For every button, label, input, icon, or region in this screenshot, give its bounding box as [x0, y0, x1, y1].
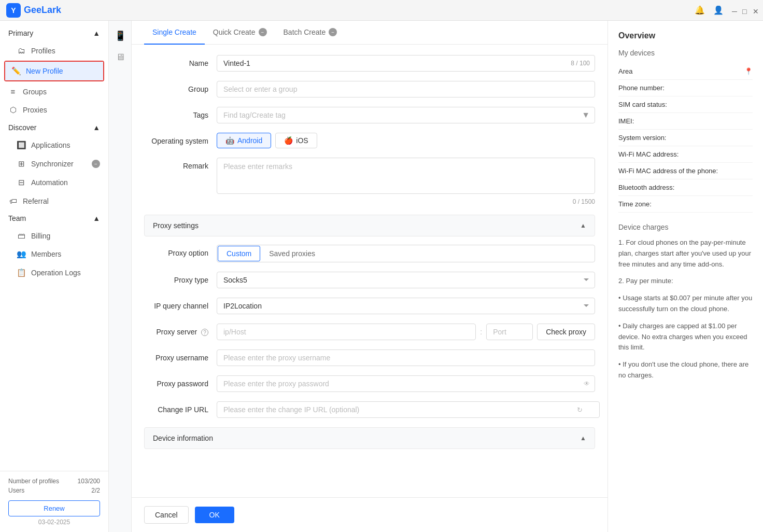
maximize-button[interactable]: □	[740, 7, 746, 13]
check-proxy-button[interactable]: Check proxy	[537, 324, 595, 340]
form-content: Name 8 / 100 Group	[132, 45, 607, 497]
sidebar-item-members[interactable]: 👥 Members	[0, 245, 108, 263]
tab-quick-create-label: Quick Create	[213, 28, 256, 36]
minimize-button[interactable]: ─	[730, 7, 736, 13]
group-field	[217, 81, 595, 97]
sidebar-item-operation-logs[interactable]: 📋 Operation Logs	[0, 263, 108, 282]
logo-icon: Y	[6, 3, 21, 18]
ip-query-field: IP2Location ipapi ipinfo	[217, 298, 595, 314]
sidebar-section-discover-label: Discover	[8, 123, 36, 132]
imei-row: IMEI:	[618, 113, 753, 130]
proxy-option-label: Proxy option	[144, 245, 217, 257]
automation-icon: ⊟	[17, 178, 26, 187]
timezone-label: Time zone:	[618, 200, 681, 208]
sidebar-item-synchronizer[interactable]: ⊞ Synchronizer −	[0, 155, 108, 173]
applications-icon: 🔲	[17, 141, 26, 150]
tab-batch-create[interactable]: Batch Create −	[275, 21, 346, 45]
cancel-button[interactable]: Cancel	[144, 506, 189, 524]
bluetooth-label: Bluetooth address:	[618, 184, 681, 191]
sidebar-item-referral[interactable]: 🏷 Referral	[0, 192, 108, 210]
group-row: Group	[144, 81, 595, 97]
phone-number-row: Phone number:	[618, 80, 753, 96]
change-ip-input[interactable]	[217, 401, 600, 418]
charges-text-5: • If you don't use the cloud phone, ther…	[618, 360, 748, 379]
refresh-icon[interactable]: ↻	[577, 406, 583, 414]
charges-text-3: • Usage starts at $0.007 per minute afte…	[618, 294, 752, 313]
sidebar-item-groups[interactable]: ≡ Groups	[0, 82, 108, 101]
sidebar-item-proxies[interactable]: ⬡ Proxies	[0, 101, 108, 119]
sidebar-item-automation-label: Automation	[31, 178, 68, 187]
proxy-username-input[interactable]	[217, 349, 595, 366]
tab-quick-create[interactable]: Quick Create −	[205, 21, 275, 45]
group-input[interactable]	[217, 81, 595, 97]
proxy-password-input[interactable]	[217, 375, 595, 392]
os-row: Operating system 🤖 Android 🍎 iOS	[144, 133, 595, 148]
android-icon: 🤖	[225, 136, 234, 145]
remark-input[interactable]	[217, 158, 595, 194]
timezone-row: Time zone:	[618, 196, 753, 213]
tags-label: Tags	[144, 107, 217, 119]
sidebar-section-primary[interactable]: Primary ▲	[0, 25, 108, 41]
sidebar-item-automation[interactable]: ⊟ Automation	[0, 173, 108, 192]
proxy-option-custom[interactable]: Custom	[218, 246, 260, 261]
proxy-username-row: Proxy username	[144, 349, 595, 366]
name-row: Name 8 / 100	[144, 55, 595, 72]
os-ios-button[interactable]: 🍎 iOS	[275, 133, 317, 148]
form-actions: Cancel OK	[132, 497, 607, 532]
proxy-server-info-icon[interactable]: ?	[201, 329, 208, 336]
proxy-password-row: Proxy password 👁	[144, 375, 595, 392]
sidebar-item-new-profile-label: New Profile	[26, 67, 63, 75]
ip-query-select[interactable]: IP2Location ipapi ipinfo	[217, 298, 595, 314]
tags-input[interactable]	[217, 107, 595, 123]
proxy-type-select[interactable]: Socks5 HTTP HTTPS SOCKS4	[217, 272, 595, 288]
proxy-option-saved[interactable]: Saved proxies	[261, 245, 323, 262]
area-row: Area 📍	[618, 63, 753, 80]
device-charges-title: Device charges	[618, 223, 753, 231]
user-icon[interactable]: 👤	[711, 3, 726, 17]
proxy-server-row: Proxy server ? : Check proxy	[144, 324, 595, 340]
app-name: GeeLark	[24, 5, 61, 16]
remark-field: 0 / 1500	[217, 158, 595, 205]
tags-field: ▼	[217, 107, 595, 123]
sidebar-item-profiles[interactable]: 🗂 Profiles	[0, 41, 108, 60]
charges-section-4: • Daily charges are capped at $1.00 per …	[618, 321, 753, 353]
os-android-button[interactable]: 🤖 Android	[217, 133, 271, 148]
sidebar-item-billing[interactable]: 🗃 Billing	[0, 227, 108, 245]
desktop-device-icon[interactable]: 🖥	[112, 49, 128, 66]
proxy-host-input[interactable]	[217, 324, 476, 340]
close-button[interactable]: ✕	[751, 7, 757, 13]
renew-button[interactable]: Renew	[8, 500, 100, 516]
quick-create-badge: −	[259, 28, 267, 36]
proxy-port-input[interactable]	[486, 324, 533, 340]
sidebar-item-referral-label: Referral	[23, 197, 49, 205]
sidebar-section-team[interactable]: Team ▲	[0, 210, 108, 227]
device-information-section[interactable]: Device information ▲	[144, 427, 595, 449]
profiles-count-row: Number of profiles 103/200	[8, 478, 100, 485]
charges-section-3: • Usage starts at $0.007 per minute afte…	[618, 293, 753, 315]
ok-button[interactable]: OK	[195, 507, 234, 523]
tabs-container: Single Create Quick Create − Batch Creat…	[132, 21, 607, 45]
name-input[interactable]	[217, 55, 595, 72]
batch-create-badge: −	[329, 28, 337, 36]
tab-single-create[interactable]: Single Create	[144, 21, 205, 45]
proxy-type-label: Proxy type	[144, 272, 217, 284]
remark-counter: 0 / 1500	[217, 198, 595, 205]
proxy-settings-section[interactable]: Proxy settings ▲	[144, 215, 595, 236]
sidebar-section-discover[interactable]: Discover ▲	[0, 119, 108, 136]
device-information-chevron: ▲	[580, 435, 586, 442]
sidebar-section-primary-label: Primary	[8, 29, 33, 37]
proxy-password-field: 👁	[217, 375, 595, 392]
proxies-icon: ⬡	[8, 105, 18, 115]
proxy-type-select-wrap: Socks5 HTTP HTTPS SOCKS4	[217, 272, 595, 288]
proxy-password-label: Proxy password	[144, 375, 217, 388]
title-bar-left: Y GeeLark	[6, 3, 61, 18]
sidebar-item-applications[interactable]: 🔲 Applications	[0, 136, 108, 155]
tab-single-create-label: Single Create	[152, 28, 196, 36]
notification-icon[interactable]: 🔔	[693, 3, 707, 17]
sidebar-section-team-label: Team	[8, 214, 26, 222]
profiles-count-label: Number of profiles	[8, 478, 59, 485]
area-label: Area	[618, 67, 681, 75]
mobile-device-icon[interactable]: 📱	[111, 27, 129, 45]
wifi-mac-row: Wi-Fi MAC address:	[618, 146, 753, 163]
sidebar-item-new-profile[interactable]: ✏️ New Profile	[5, 62, 103, 80]
